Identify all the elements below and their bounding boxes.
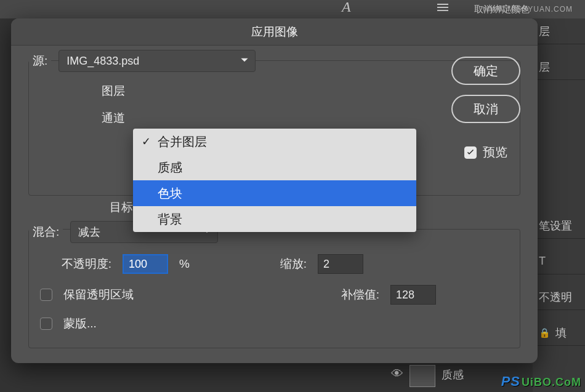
blend-value: 减去 — [78, 225, 100, 239]
source-select[interactable]: IMG_4833.psd — [58, 50, 256, 72]
dropdown-option-background[interactable]: 背景 — [133, 206, 416, 232]
ok-button[interactable]: 确定 — [451, 57, 520, 85]
type-tool-icon: A — [342, 0, 351, 15]
target-label: 目标 — [28, 199, 133, 215]
offset-label: 补偿值: — [275, 287, 379, 303]
channel-label: 通道 — [93, 110, 125, 126]
mask-checkbox[interactable] — [40, 318, 52, 330]
source-value: IMG_4833.psd — [67, 55, 139, 68]
layer-dropdown: ✓ 合并图层 质感 色块 背景 — [133, 129, 416, 232]
scale-label: 缩放: — [201, 256, 307, 272]
check-icon: ✓ — [142, 135, 151, 148]
panel-right: 层 层 笔设置 T 不透明 🔒填 👁 质感 — [533, 18, 585, 392]
panel-row[interactable]: 层 — [533, 54, 585, 80]
cancel-button[interactable]: 取消 — [451, 95, 520, 123]
paragraph-icon — [437, 4, 448, 11]
mask-label: 蒙版... — [63, 316, 97, 332]
panel-row[interactable]: 🔒填 — [533, 320, 585, 346]
preserve-transparency-checkbox[interactable] — [40, 289, 52, 301]
watermark-bottom: PS UiBO.CoM — [501, 374, 581, 390]
dropdown-option-texture[interactable]: 质感 — [133, 154, 416, 180]
opacity-label: 不透明度: — [40, 256, 111, 272]
source-label: 源: — [29, 53, 51, 69]
preview-label: 预览 — [483, 144, 507, 161]
dropdown-option-color-block[interactable]: 色块 — [133, 180, 416, 206]
panel-row[interactable]: 层 — [533, 18, 585, 44]
blend-label: 混合: — [29, 224, 63, 240]
dropdown-option-merged[interactable]: ✓ 合并图层 — [133, 129, 416, 154]
apply-image-dialog: 应用图像 源: IMG_4833.psd 图层 通道 目标 混合: — [11, 18, 538, 363]
opacity-input[interactable] — [123, 254, 168, 274]
layer-label: 图层 — [93, 83, 125, 99]
chevron-down-icon — [240, 55, 249, 68]
scale-input[interactable] — [318, 254, 363, 274]
offset-input[interactable] — [390, 285, 436, 305]
dialog-title: 应用图像 — [11, 18, 538, 46]
lock-icon: 🔒 — [539, 327, 551, 338]
panel-row[interactable]: 笔设置 — [533, 213, 585, 239]
preview-checkbox[interactable] — [464, 146, 477, 159]
preserve-label: 保留透明区域 — [63, 287, 134, 303]
topbar-text: 取消绑定颜色 — [474, 4, 530, 15]
panel-row[interactable]: T — [533, 249, 585, 274]
opacity-unit: % — [179, 257, 190, 271]
app-topbar: A 取消绑定颜色 WWW.MISSYUAN.COM — [0, 0, 585, 18]
panel-row[interactable]: 不透明 — [533, 284, 585, 310]
